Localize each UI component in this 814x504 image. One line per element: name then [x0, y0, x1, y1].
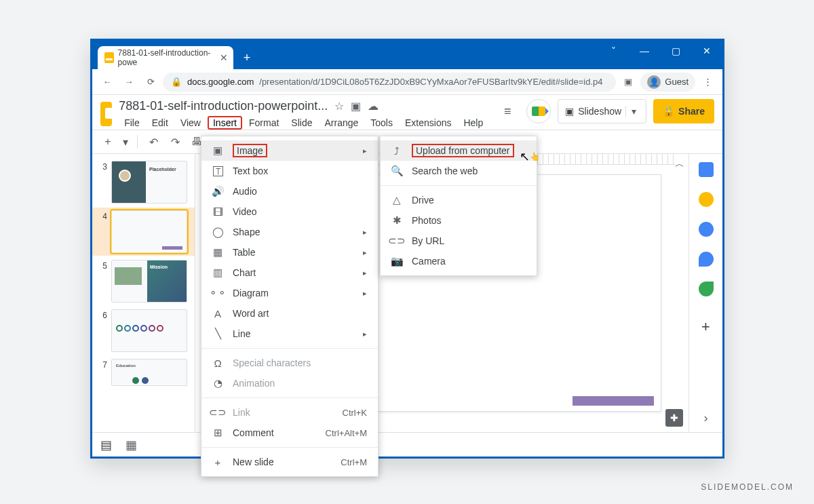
url-icon: ⊂⊃: [390, 235, 404, 247]
addons-plus-button[interactable]: +: [701, 318, 710, 336]
menu-label: Link: [233, 407, 250, 418]
menu-insert[interactable]: Insert: [208, 116, 242, 130]
slide-thumbnail[interactable]: Education: [111, 359, 187, 386]
menu-file[interactable]: File: [119, 116, 145, 130]
thumbnail-panel[interactable]: 3 Placeholder 4 5 Mission 6: [92, 154, 195, 432]
image-icon: ▣: [211, 144, 225, 157]
meet-icon: [532, 106, 545, 116]
cloud-status-icon[interactable]: ☁: [368, 100, 379, 113]
slide-thumbnail[interactable]: Mission: [111, 260, 187, 303]
reload-button[interactable]: ⟳: [141, 73, 160, 92]
menu-help[interactable]: Help: [458, 116, 488, 130]
menu-slide[interactable]: Slide: [286, 116, 317, 130]
slideshow-caret-icon[interactable]: ▾: [625, 106, 642, 117]
insert-link-item: ⊂⊃ Link Ctrl+K: [201, 402, 378, 423]
redo-button[interactable]: ↷: [166, 133, 184, 151]
new-tab-button[interactable]: +: [237, 48, 256, 67]
address-bar[interactable]: 🔒 docs.google.com /presentation/d/1D9CiL…: [163, 73, 616, 92]
menu-format[interactable]: Format: [244, 116, 284, 130]
comment-icon: ⊞: [211, 427, 225, 439]
textbox-icon: 🅃: [211, 166, 225, 177]
profile-chip[interactable]: 👤 Guest: [640, 73, 695, 92]
insert-chart-item[interactable]: ▥ Chart ▸: [201, 263, 378, 283]
slide-thumbnail[interactable]: [111, 309, 187, 352]
undo-button[interactable]: ↶: [144, 133, 162, 151]
contacts-icon[interactable]: [699, 252, 714, 267]
menu-label: Line: [233, 328, 250, 339]
share-button[interactable]: 🔒 Share: [653, 99, 714, 123]
byurl-item[interactable]: ⊂⊃ By URL: [381, 231, 537, 251]
insert-image-item[interactable]: ▣ Image ▸: [201, 140, 378, 161]
upload-icon: ⤴: [390, 145, 404, 157]
thumbnail-row[interactable]: 4: [92, 208, 195, 256]
camera-item[interactable]: 📷 Camera: [381, 251, 537, 271]
menu-label: Comment: [233, 427, 274, 438]
insert-table-item[interactable]: ▦ Table ▸: [201, 242, 378, 263]
menu-label: Video: [233, 206, 257, 217]
calendar-icon[interactable]: [699, 162, 714, 177]
thumbnail-row[interactable]: 3 Placeholder: [92, 161, 195, 203]
extensions-icon[interactable]: ▣: [619, 73, 638, 92]
upload-from-computer-item[interactable]: ⤴ Upload from computer: [381, 140, 537, 161]
forward-button[interactable]: →: [119, 73, 138, 92]
image-submenu: ⤴ Upload from computer 🔍 Search the web …: [380, 136, 537, 276]
side-panel-rail: + ›: [689, 154, 722, 432]
browser-tab[interactable]: ▬ 7881-01-self-introduction-powe ✕: [98, 46, 233, 69]
insert-audio-item[interactable]: 🔊 Audio: [201, 181, 378, 201]
tasks-icon[interactable]: [699, 222, 714, 237]
photos-item[interactable]: ✱ Photos: [381, 210, 537, 231]
meet-button[interactable]: [526, 99, 551, 123]
window-controls: ˅ — ▢ ✕: [598, 41, 722, 61]
menu-label: Special characters: [233, 357, 311, 368]
search-web-item[interactable]: 🔍 Search the web: [381, 161, 537, 181]
window-minimize-button[interactable]: —: [629, 41, 660, 61]
video-icon: 🎞: [211, 206, 225, 218]
insert-shape-item[interactable]: ◯ Shape ▸: [201, 222, 378, 242]
slide-thumbnail[interactable]: Placeholder: [111, 161, 187, 203]
insert-comment-item[interactable]: ⊞ Comment Ctrl+Alt+M: [201, 423, 378, 443]
new-slide-caret-icon[interactable]: ▾: [121, 133, 130, 151]
comments-button[interactable]: ≡: [495, 99, 520, 123]
menu-tools[interactable]: Tools: [365, 116, 398, 130]
wordart-icon: A: [211, 308, 225, 319]
add-comment-button[interactable]: ✚: [665, 409, 683, 427]
keep-icon[interactable]: [699, 192, 714, 207]
browser-menu-button[interactable]: ⋮: [698, 73, 717, 92]
insert-textbox-item[interactable]: 🅃 Text box: [201, 161, 378, 181]
chart-icon: ▥: [211, 267, 225, 279]
profile-label: Guest: [665, 77, 689, 87]
drive-item[interactable]: △ Drive: [381, 190, 537, 210]
menu-extensions[interactable]: Extensions: [400, 116, 457, 130]
slide-thumbnail-selected[interactable]: [111, 210, 187, 253]
menu-separator: [201, 348, 378, 349]
slides-logo-icon[interactable]: [100, 102, 112, 126]
window-dropdown-icon[interactable]: ˅: [598, 41, 629, 61]
thumbnail-row[interactable]: 6: [92, 309, 195, 352]
new-slide-button[interactable]: +: [99, 133, 117, 151]
drive-icon: △: [390, 194, 404, 206]
window-maximize-button[interactable]: ▢: [660, 41, 691, 61]
star-icon[interactable]: ☆: [334, 100, 344, 113]
insert-line-item[interactable]: ╲ Line ▸: [201, 324, 378, 344]
insert-newslide-item[interactable]: + New slide Ctrl+M: [201, 452, 378, 472]
menu-edit[interactable]: Edit: [147, 116, 174, 130]
tab-close-icon[interactable]: ✕: [220, 52, 228, 63]
hide-side-panel-button[interactable]: ›: [704, 411, 708, 425]
collapse-panel-icon[interactable]: ︿: [675, 158, 684, 170]
menu-label: Search the web: [412, 166, 478, 176]
thumbnail-row[interactable]: 5 Mission: [92, 260, 195, 303]
back-button[interactable]: ←: [98, 73, 117, 92]
filmstrip-view-button[interactable]: ▤: [100, 438, 112, 452]
maps-icon[interactable]: [699, 282, 714, 296]
thumbnail-row[interactable]: 7 Education: [92, 359, 195, 386]
insert-wordart-item[interactable]: A Word art: [201, 303, 378, 324]
insert-video-item[interactable]: 🎞 Video: [201, 201, 378, 222]
menu-view[interactable]: View: [175, 116, 206, 130]
move-icon[interactable]: ▣: [351, 100, 361, 113]
window-close-button[interactable]: ✕: [691, 41, 722, 61]
document-title[interactable]: 7881-01-self-introduction-powerpoint...: [119, 99, 328, 113]
slideshow-button[interactable]: ▣ Slideshow ▾: [558, 99, 646, 123]
insert-diagram-item[interactable]: ⚬⚬ Diagram ▸: [201, 283, 378, 303]
menu-arrange[interactable]: Arrange: [319, 116, 364, 130]
grid-view-button[interactable]: ▦: [125, 438, 137, 452]
